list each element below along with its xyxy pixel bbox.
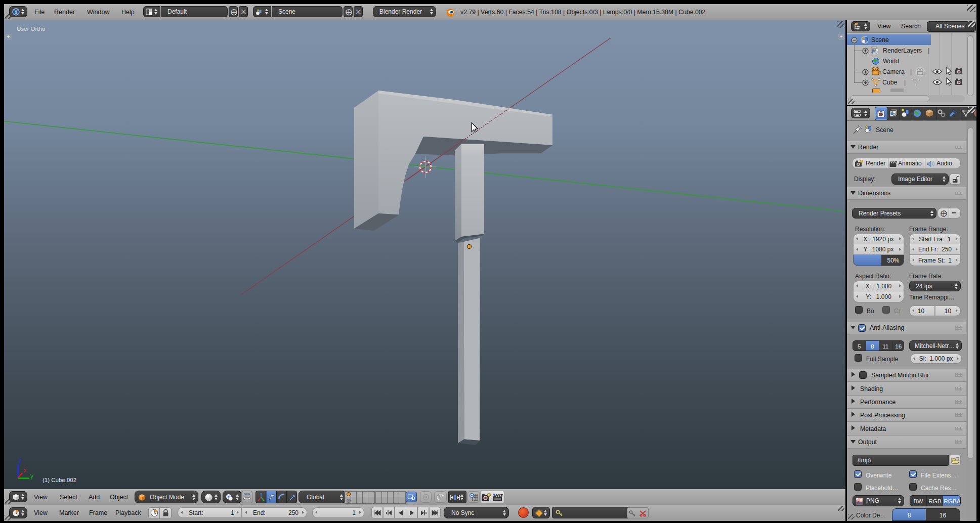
svg-text:y: y <box>30 472 33 480</box>
svg-text:x: x <box>24 467 27 474</box>
svg-text:z: z <box>19 457 22 464</box>
svg-text:i: i <box>15 9 17 15</box>
